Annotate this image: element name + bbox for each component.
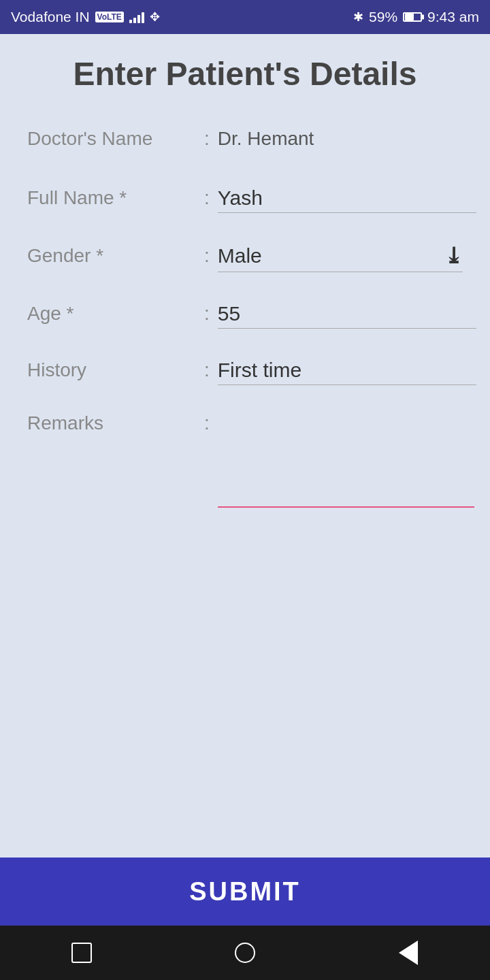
gender-colon: : (204, 245, 210, 267)
chevron-down-icon: ⤓ (444, 243, 463, 269)
history-input[interactable] (218, 356, 476, 385)
recent-apps-button[interactable] (65, 936, 99, 970)
battery-icon (403, 12, 422, 22)
remarks-row: Remarks : (27, 399, 463, 521)
back-button[interactable] (391, 936, 425, 970)
age-label: Age * (27, 303, 204, 325)
history-colon: : (204, 359, 210, 381)
home-icon (235, 943, 255, 963)
history-row: History : (27, 342, 463, 399)
clock: 9:43 am (427, 9, 479, 25)
home-button[interactable] (228, 936, 262, 970)
age-input[interactable] (218, 299, 476, 329)
gender-value: Male (218, 244, 444, 267)
age-colon: : (204, 303, 210, 325)
submit-label: SUBMIT (189, 877, 301, 906)
signal-bars (129, 11, 144, 23)
remarks-input[interactable] (218, 453, 474, 508)
status-right: ✱ 59% 9:43 am (353, 9, 479, 25)
battery-percent: 59% (369, 9, 397, 25)
carrier-name: Vodafone IN (11, 9, 90, 25)
gender-dropdown[interactable]: Male ⤓ (218, 240, 463, 272)
nav-bar (0, 926, 490, 980)
status-left: Vodafone IN VoLTE ✥ (11, 9, 160, 25)
age-row: Age * : (27, 286, 463, 342)
bluetooth-icon: ✱ (353, 10, 363, 24)
remarks-label: Remarks (27, 412, 204, 434)
full-name-row: Full Name * : (27, 170, 463, 227)
remarks-colon: : (204, 412, 210, 434)
doctor-name-label: Doctor's Name (27, 128, 204, 150)
remarks-field-area (218, 412, 474, 508)
recent-apps-icon (71, 943, 92, 963)
status-bar: Vodafone IN VoLTE ✥ ✱ 59% 9:43 am (0, 0, 490, 34)
form-container: Doctor's Name : Dr. Hemant Full Name * :… (0, 108, 490, 858)
doctor-name-colon: : (204, 128, 210, 150)
full-name-label: Full Name * (27, 187, 204, 209)
gender-label: Gender * (27, 245, 204, 267)
full-name-input[interactable] (218, 184, 476, 213)
doctor-name-row: Doctor's Name : Dr. Hemant (27, 114, 463, 170)
history-label: History (27, 359, 204, 381)
back-icon (399, 941, 418, 965)
full-name-colon: : (204, 187, 210, 209)
gender-row: Gender * : Male ⤓ (27, 227, 463, 286)
main-content: Enter Patient's Details Doctor's Name : … (0, 34, 490, 926)
page-title: Enter Patient's Details (0, 34, 490, 108)
usb-icon: ✥ (150, 10, 160, 24)
volte-badge: VoLTE (95, 12, 124, 22)
doctor-name-value: Dr. Hemant (218, 128, 314, 150)
submit-button[interactable]: SUBMIT (0, 858, 490, 926)
